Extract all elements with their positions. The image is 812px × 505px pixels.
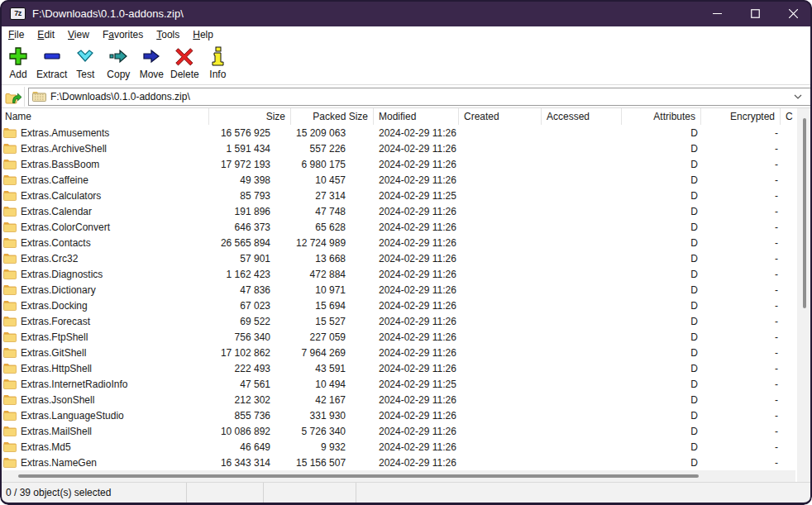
file-list: Extras.Amusements 16 576 925 15 209 063 … (0, 125, 812, 470)
test-button[interactable]: Test (69, 45, 102, 80)
delete-button[interactable]: Delete (168, 45, 201, 80)
title-bar[interactable]: 7z F:\Downloads\0.1.0-addons.zip\ (0, 0, 812, 26)
file-row[interactable]: Extras.NameGen 16 343 314 15 156 507 202… (0, 455, 812, 470)
file-modified: 2024-02-29 11:26 (374, 426, 459, 437)
menu-item[interactable]: File (2, 28, 31, 41)
column-header-accessed[interactable]: Accessed (542, 108, 622, 125)
delete-x-icon (173, 45, 196, 68)
file-modified: 2024-02-29 11:26 (374, 441, 459, 453)
column-header-created[interactable]: Created (459, 108, 542, 125)
copy-button[interactable]: Copy (102, 45, 135, 80)
file-modified: 2024-02-29 11:26 (374, 410, 459, 422)
file-row[interactable]: Extras.BassBoom 17 972 193 6 980 175 202… (0, 156, 812, 172)
file-encrypted: - (701, 347, 781, 359)
file-row[interactable]: Extras.Caffeine 49 398 10 457 2024-02-29… (0, 172, 812, 188)
file-name: Extras.Forecast (21, 316, 90, 327)
folder-icon (3, 174, 17, 185)
extract-button[interactable]: Extract (35, 45, 69, 80)
file-row[interactable]: Extras.Diagnostics 1 162 423 472 884 202… (0, 266, 812, 282)
file-size: 47 836 (209, 284, 291, 296)
menu-item[interactable]: Tools (150, 28, 186, 41)
file-attributes: D (622, 143, 701, 155)
column-header-encrypted[interactable]: Encrypted (701, 108, 781, 125)
file-row[interactable]: Extras.Crc32 57 901 13 668 2024-02-29 11… (0, 250, 812, 266)
file-name: Extras.ArchiveShell (21, 143, 107, 155)
file-modified: 2024-02-29 11:26 (374, 363, 459, 374)
path-combobox[interactable] (28, 88, 811, 106)
file-size: 16 576 925 (209, 127, 291, 139)
file-encrypted: - (701, 394, 781, 406)
horizontal-scrollbar-thumb[interactable] (18, 474, 699, 478)
minimize-button[interactable] (698, 0, 736, 26)
file-row[interactable]: Extras.Amusements 16 576 925 15 209 063 … (0, 125, 812, 141)
file-row[interactable]: Extras.Contacts 26 565 894 12 724 989 20… (0, 235, 812, 250)
file-row[interactable]: Extras.ColorConvert 646 373 65 628 2024-… (0, 219, 812, 235)
file-row[interactable]: Extras.MailShell 10 086 892 5 726 340 20… (0, 423, 812, 439)
folder-icon (3, 441, 17, 452)
close-button[interactable] (774, 0, 812, 26)
info-i-icon (206, 45, 229, 68)
column-header-name[interactable]: Name (0, 108, 209, 125)
file-encrypted: - (701, 190, 781, 202)
file-packed-size: 227 059 (291, 331, 374, 343)
file-name: Extras.InternetRadioInfo (21, 379, 127, 390)
file-row[interactable]: Extras.Calculators 85 793 27 314 2024-02… (0, 188, 812, 203)
file-size: 10 086 892 (209, 426, 291, 437)
file-encrypted: - (701, 159, 781, 170)
vertical-scrollbar-thumb[interactable] (803, 118, 806, 308)
address-bar (0, 85, 812, 108)
folder-icon (3, 222, 17, 232)
file-modified: 2024-02-29 11:26 (374, 159, 459, 170)
file-attributes: D (622, 363, 701, 374)
path-input[interactable] (50, 91, 789, 102)
file-row[interactable]: Extras.LanguageStudio 855 736 331 930 20… (0, 407, 812, 423)
add-plus-icon (7, 45, 30, 68)
folder-icon (3, 143, 17, 154)
menu-item[interactable]: Favorites (96, 28, 150, 41)
up-one-level-button[interactable] (2, 87, 25, 107)
column-header-overflow[interactable]: C (781, 108, 795, 125)
file-size: 47 561 (209, 379, 291, 390)
file-size: 17 972 193 (209, 159, 291, 170)
file-row[interactable]: Extras.Docking 67 023 15 694 2024-02-29 … (0, 298, 812, 313)
file-row[interactable]: Extras.Calendar 191 896 47 748 2024-02-2… (0, 203, 812, 219)
chevron-down-icon[interactable] (789, 94, 807, 99)
menu-item[interactable]: Help (186, 28, 220, 41)
app-window: 7z F:\Downloads\0.1.0-addons.zip\ FileEd… (0, 0, 812, 505)
file-attributes: D (622, 331, 701, 343)
column-header-size[interactable]: Size (209, 108, 291, 125)
info-button[interactable]: Info (201, 45, 234, 80)
file-row[interactable]: Extras.Forecast 69 522 15 527 2024-02-29… (0, 313, 812, 329)
file-packed-size: 5 726 340 (291, 426, 374, 437)
extract-minus-icon (41, 45, 64, 68)
column-header-modified[interactable]: Modified (374, 108, 459, 125)
file-row[interactable]: Extras.InternetRadioInfo 47 561 10 494 2… (0, 376, 812, 392)
column-header-attributes[interactable]: Attributes (622, 108, 701, 125)
file-encrypted: - (701, 222, 781, 233)
file-list-panel: Name Size Packed Size Modified Created A… (0, 108, 812, 482)
file-packed-size: 10 457 (291, 174, 374, 186)
extract-label: Extract (36, 69, 67, 80)
file-name: Extras.FtpShell (21, 331, 88, 343)
column-header-packed-size[interactable]: Packed Size (291, 108, 374, 125)
minimize-icon (713, 9, 722, 18)
move-button[interactable]: Move (135, 45, 168, 80)
folder-up-icon (5, 89, 21, 104)
menu-item[interactable]: Edit (31, 28, 61, 41)
file-name: Extras.Caffeine (21, 174, 88, 186)
file-packed-size: 13 668 (291, 253, 374, 264)
add-button[interactable]: Add (2, 45, 35, 80)
file-encrypted: - (701, 127, 781, 139)
vertical-scrollbar[interactable] (797, 108, 812, 482)
file-row[interactable]: Extras.Dictionary 47 836 10 971 2024-02-… (0, 282, 812, 298)
horizontal-scrollbar[interactable] (0, 470, 795, 482)
file-row[interactable]: Extras.ArchiveShell 1 591 434 557 226 20… (0, 141, 812, 156)
file-attributes: D (622, 457, 701, 469)
file-row[interactable]: Extras.FtpShell 756 340 227 059 2024-02-… (0, 329, 812, 345)
file-row[interactable]: Extras.GitShell 17 102 862 7 964 269 202… (0, 345, 812, 360)
file-row[interactable]: Extras.JsonShell 212 302 42 167 2024-02-… (0, 392, 812, 407)
file-row[interactable]: Extras.HttpShell 222 493 43 591 2024-02-… (0, 360, 812, 376)
menu-item[interactable]: View (61, 28, 96, 41)
maximize-button[interactable] (736, 0, 774, 26)
file-row[interactable]: Extras.Md5 46 649 9 932 2024-02-29 11:26… (0, 439, 812, 455)
